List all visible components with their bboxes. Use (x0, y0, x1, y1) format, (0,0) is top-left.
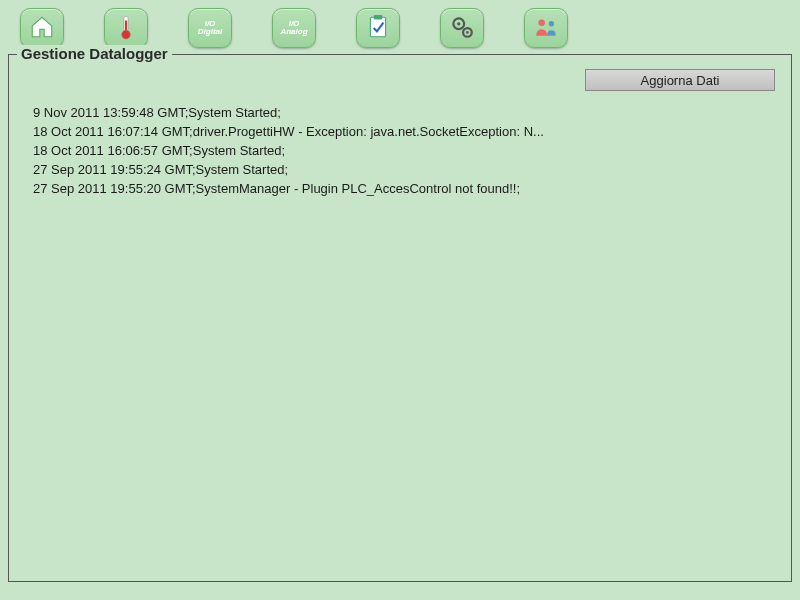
io-digital-label2: Digital (198, 28, 222, 36)
refresh-button[interactable]: Aggiorna Dati (585, 69, 775, 91)
io-analog-button[interactable]: I/O Analog (272, 8, 316, 48)
log-area: 9 Nov 2011 13:59:48 GMT;System Started; … (25, 99, 775, 202)
io-analog-label2: Analog (280, 28, 307, 36)
users-button[interactable] (524, 8, 568, 48)
home-icon (29, 14, 55, 42)
svg-point-8 (466, 31, 469, 34)
log-line: 27 Sep 2011 19:55:24 GMT;System Started; (33, 160, 767, 179)
datalogger-panel: Gestione Datalogger Aggiorna Dati 9 Nov … (8, 54, 792, 582)
temperature-button[interactable] (104, 8, 148, 48)
datalogger-button[interactable] (356, 8, 400, 48)
svg-rect-1 (125, 21, 127, 32)
log-line: 27 Sep 2011 19:55:20 GMT;SystemManager -… (33, 179, 767, 198)
svg-point-6 (457, 22, 460, 25)
svg-point-2 (122, 30, 131, 39)
svg-rect-4 (374, 15, 383, 19)
home-button[interactable] (20, 8, 64, 48)
log-line: 18 Oct 2011 16:06:57 GMT;System Started; (33, 141, 767, 160)
settings-button[interactable] (440, 8, 484, 48)
svg-point-10 (549, 21, 554, 26)
users-icon (533, 14, 559, 42)
panel-title: Gestione Datalogger (17, 45, 172, 62)
refresh-button-label: Aggiorna Dati (641, 73, 720, 88)
refresh-row: Aggiorna Dati (25, 69, 775, 91)
clipboard-icon (365, 14, 391, 42)
gears-icon (449, 14, 475, 42)
log-line: 18 Oct 2011 16:07:14 GMT;driver.Progetti… (33, 122, 767, 141)
log-line: 9 Nov 2011 13:59:48 GMT;System Started; (33, 103, 767, 122)
svg-point-9 (538, 19, 545, 26)
svg-rect-3 (370, 17, 385, 37)
io-digital-button[interactable]: I/O Digital (188, 8, 232, 48)
thermometer-icon (113, 14, 139, 42)
